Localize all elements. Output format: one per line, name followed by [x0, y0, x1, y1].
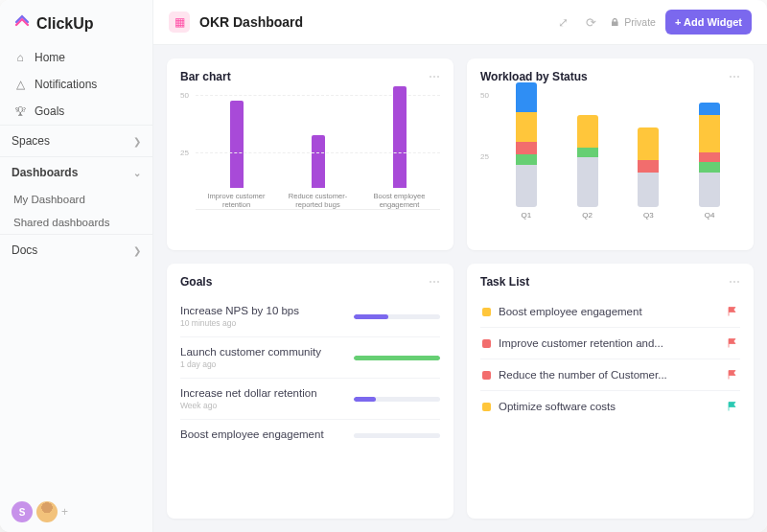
goal-row[interactable]: Increase net dollar retention Week ago: [180, 379, 440, 420]
bar-segment: [699, 115, 720, 152]
workload-bars: Q1Q2Q3Q4: [496, 95, 740, 220]
card-title: Task List: [480, 275, 529, 289]
bar: [230, 101, 244, 188]
bar-segment: [577, 148, 598, 157]
nav-home[interactable]: ⌂ Home: [4, 44, 149, 71]
widget-grid: Bar chart ⋯ 50 25 Improve customer reten…: [153, 45, 767, 532]
sidebar: ClickUp ⌂ Home △ Notifications 🏆︎ Goals …: [0, 0, 153, 532]
status-square-icon: [482, 371, 491, 380]
flag-icon: [727, 369, 738, 381]
workload-column: Q3: [638, 127, 659, 220]
card-title: Bar chart: [180, 70, 231, 83]
bell-icon: △: [13, 78, 27, 91]
stacked-bar: [516, 82, 537, 207]
task-row[interactable]: Boost employee engagement: [480, 296, 740, 328]
nav-goals[interactable]: 🏆︎ Goals: [4, 98, 149, 125]
goal-name: Increase NPS by 10 bps: [180, 305, 299, 316]
task-row[interactable]: Optimize software costs: [480, 391, 740, 422]
section-label: Spaces: [12, 134, 50, 148]
refresh-icon[interactable]: ⟳: [582, 13, 600, 32]
task-row[interactable]: Improve customer retention and...: [480, 328, 740, 359]
goal-timestamp: 10 minutes ago: [180, 318, 299, 328]
trophy-icon: 🏆︎: [13, 104, 27, 118]
y-tick: 50: [180, 91, 189, 100]
bar-segment: [577, 157, 598, 207]
sidebar-item-my-dashboard[interactable]: My Dashboard: [0, 188, 152, 211]
bar-segment: [638, 160, 659, 173]
task-name: Improve customer retention and...: [499, 337, 719, 349]
bar: [312, 135, 325, 188]
chevron-right-icon: ❯: [133, 245, 141, 256]
goal-row[interactable]: Boost employee engagement: [180, 420, 440, 451]
flag-icon: [727, 401, 738, 412]
page-title: OKR Dashboard: [199, 14, 303, 30]
workload-column: Q2: [577, 115, 598, 220]
goal-row[interactable]: Increase NPS by 10 bps 10 minutes ago: [180, 296, 440, 337]
privacy-indicator[interactable]: 🔒︎ Private: [610, 16, 656, 28]
y-tick: 25: [480, 152, 489, 161]
add-user-icon[interactable]: +: [61, 505, 68, 519]
brand-name: ClickUp: [36, 15, 94, 33]
goal-row[interactable]: Launch customer community 1 day ago: [180, 337, 440, 379]
bar-segment: [638, 127, 659, 160]
bar-segment: [577, 115, 598, 148]
workload-column: Q4: [699, 103, 720, 220]
goal-timestamp: Week ago: [180, 401, 317, 410]
more-icon[interactable]: ⋯: [729, 70, 740, 83]
bar-label: Q1: [522, 211, 532, 220]
card-tasks: Task List ⋯ Boost employee engagement Im…: [467, 264, 754, 519]
card-goals: Goals ⋯ Increase NPS by 10 bps 10 minute…: [167, 264, 453, 519]
add-widget-button[interactable]: + Add Widget: [665, 10, 752, 35]
bar-label: Q4: [705, 211, 715, 220]
topbar: ▦ OKR Dashboard ⤢ ⟳ 🔒︎ Private + Add Wid…: [153, 0, 767, 45]
status-square-icon: [482, 339, 491, 348]
avatar[interactable]: [36, 501, 58, 522]
bar-chart-bars: Improve customer retention Reduce custom…: [196, 95, 440, 210]
flag-icon: [727, 306, 738, 317]
stacked-bar: [577, 115, 598, 207]
more-icon[interactable]: ⋯: [429, 70, 440, 83]
task-name: Reduce the number of Customer...: [499, 369, 719, 381]
dashboard-category-icon: ▦: [169, 12, 190, 33]
expand-icon[interactable]: ⤢: [554, 13, 572, 32]
progress-bar: [354, 356, 440, 360]
task-row[interactable]: Reduce the number of Customer...: [480, 359, 740, 391]
goals-list: Increase NPS by 10 bps 10 minutes ago La…: [180, 296, 440, 451]
brand-logo-icon: [13, 13, 31, 35]
sidebar-item-shared-dashboards[interactable]: Shared dashboards: [0, 211, 152, 234]
chevron-down-icon: ⌄: [133, 168, 141, 178]
bar-label: Boost employee engagement: [366, 192, 433, 209]
nav-notifications[interactable]: △ Notifications: [4, 71, 149, 98]
home-icon: ⌂: [13, 51, 27, 64]
card-title: Workload by Status: [480, 70, 588, 83]
task-list: Boost employee engagement Improve custom…: [480, 296, 740, 422]
bar-segment: [516, 112, 537, 142]
workload-chart-area: 50 25 Q1Q2Q3Q4: [480, 91, 740, 239]
bar-label: Q2: [582, 211, 593, 220]
more-icon[interactable]: ⋯: [729, 275, 740, 289]
bar-label: Reduce customer-reported bugs: [285, 192, 352, 209]
goal-name: Increase net dollar retention: [180, 387, 317, 399]
nav-label: Home: [35, 51, 65, 64]
more-icon[interactable]: ⋯: [429, 275, 440, 289]
task-name: Optimize software costs: [499, 401, 719, 412]
bar-segment: [516, 154, 537, 164]
bar-segment: [699, 162, 720, 172]
brand: ClickUp: [0, 0, 152, 44]
bar-segment: [699, 173, 720, 207]
flag-icon: [727, 337, 738, 349]
bar-column: Improve customer retention: [203, 101, 270, 209]
section-dashboards[interactable]: Dashboards ⌄: [0, 156, 152, 188]
section-spaces[interactable]: Spaces ❯: [0, 125, 152, 156]
stacked-bar: [638, 127, 659, 207]
goal-name: Launch customer community: [180, 346, 321, 358]
goal-name: Boost employee engagement: [180, 428, 324, 440]
status-square-icon: [482, 403, 491, 411]
task-name: Boost employee engagement: [499, 306, 719, 317]
section-docs[interactable]: Docs ❯: [0, 234, 152, 266]
stacked-bar: [699, 103, 720, 207]
card-title: Goals: [180, 275, 212, 289]
avatar[interactable]: S: [12, 501, 33, 522]
sidebar-footer: S +: [0, 492, 152, 532]
section-label: Dashboards: [12, 166, 78, 179]
